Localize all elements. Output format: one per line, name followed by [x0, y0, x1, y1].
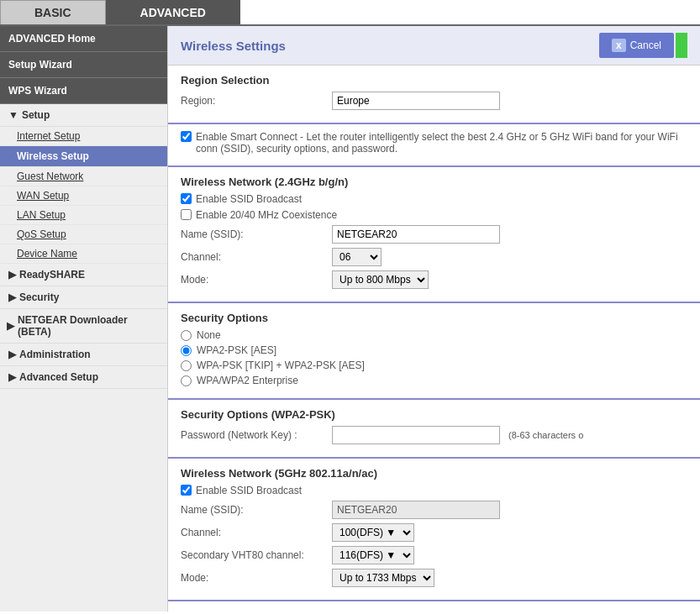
- channel-5g-row: Channel: 100(DFS) ▼ 3640149: [181, 523, 687, 542]
- sidebar-item-internet-setup[interactable]: Internet Setup: [0, 127, 167, 146]
- mode-5g-label: Mode:: [181, 572, 332, 584]
- triangle-icon-readyshare: ▶: [8, 269, 16, 281]
- wpa2-psk-title: Security Options (WPA2-PSK): [181, 408, 687, 421]
- region-field-row: Region:: [181, 92, 687, 110]
- password-note: (8-63 characters o: [508, 430, 583, 440]
- mode-24-label: Mode:: [181, 274, 332, 286]
- region-section-title: Region Selection: [181, 74, 687, 87]
- channel-24-select[interactable]: 06 ▼ 01020304 05060711: [332, 248, 382, 266]
- security-wpa2-row: WPA2-PSK [AES]: [181, 344, 687, 356]
- smart-connect-section: Enable Smart Connect - Let the router in…: [168, 124, 700, 167]
- smart-connect-checkbox[interactable]: [181, 131, 192, 142]
- triangle-icon-netgear: ▶: [7, 320, 14, 332]
- security-none-row: None: [181, 329, 687, 341]
- sidebar-section-administration[interactable]: ▶ Administration: [0, 344, 167, 366]
- ssid-broadcast-5g-label: Enable SSID Broadcast: [196, 485, 302, 496]
- sidebar-item-wireless-setup[interactable]: Wireless Setup: [0, 146, 167, 167]
- security-wpa2-label: WPA2-PSK [AES]: [197, 344, 276, 356]
- sidebar-item-wps-wizard[interactable]: WPS Wizard: [0, 78, 167, 104]
- sidebar-item-qos-setup[interactable]: QoS Setup: [0, 225, 167, 244]
- wifi-5g-title: Wireless Network (5GHz 802.11a/n/ac): [181, 467, 687, 480]
- ssid-broadcast-5g-row: Enable SSID Broadcast: [181, 485, 687, 496]
- sidebar-item-guest-network[interactable]: Guest Network: [0, 167, 167, 186]
- sidebar-item-lan-setup[interactable]: LAN Setup: [0, 206, 167, 225]
- wpa2-psk-section: Security Options (WPA2-PSK) Password (Ne…: [168, 400, 700, 459]
- ssid-24-label: Name (SSID):: [181, 228, 332, 240]
- sidebar-section-readyshare[interactable]: ▶ ReadySHARE: [0, 264, 167, 286]
- advanced-tab[interactable]: ADVANCED: [106, 0, 240, 24]
- status-indicator: [676, 33, 687, 58]
- sidebar-item-setup-wizard[interactable]: Setup Wizard: [0, 52, 167, 78]
- security-enterprise-label: WPA/WPA2 Enterprise: [197, 375, 298, 386]
- ssid-broadcast-24-label: Enable SSID Broadcast: [196, 193, 302, 205]
- security-options-section: Security Options None WPA2-PSK [AES] WPA…: [168, 303, 700, 400]
- ssid-5g-display: NETGEAR20: [332, 501, 500, 519]
- mode-5g-row: Mode: Up to 1733 Mbps Up to 450 Mbps: [181, 569, 687, 587]
- wifi-24-title: Wireless Network (2.4GHz b/g/n): [181, 176, 687, 188]
- triangle-icon: ▼: [8, 109, 18, 121]
- close-icon: x: [612, 39, 626, 52]
- security-wpa-combo-label: WPA-PSK [TKIP] + WPA2-PSK [AES]: [197, 359, 365, 371]
- coexistence-row: Enable 20/40 MHz Coexistence: [181, 209, 687, 221]
- content-area: Wireless Settings x Cancel Region Select…: [168, 26, 700, 611]
- channel-5g-label: Channel:: [181, 527, 332, 538]
- ssid-broadcast-24-row: Enable SSID Broadcast: [181, 193, 687, 205]
- security-none-label: None: [197, 329, 221, 341]
- sidebar: ADVANCED Home Setup Wizard WPS Wizard ▼ …: [0, 26, 168, 611]
- coexistence-label: Enable 20/40 MHz Coexistence: [196, 209, 337, 221]
- password-input[interactable]: [332, 426, 500, 444]
- channel-24-label: Channel:: [181, 251, 332, 263]
- channel-5g-select[interactable]: 100(DFS) ▼ 3640149: [332, 523, 414, 542]
- wifi-5g-section: Wireless Network (5GHz 802.11a/n/ac) Ena…: [168, 459, 700, 601]
- triangle-icon-advanced-setup: ▶: [8, 371, 16, 383]
- basic-tab[interactable]: BASIC: [0, 0, 106, 24]
- smart-connect-label: Enable Smart Connect - Let the router in…: [196, 131, 687, 155]
- sidebar-section-security[interactable]: ▶ Security: [0, 286, 167, 309]
- region-label: Region:: [181, 95, 332, 107]
- sidebar-item-advanced-home[interactable]: ADVANCED Home: [0, 26, 167, 52]
- content-header: Wireless Settings x Cancel: [168, 26, 700, 66]
- security-enterprise-radio[interactable]: [181, 375, 192, 386]
- ssid-24-row: Name (SSID):: [181, 225, 687, 244]
- ssid-broadcast-5g-checkbox[interactable]: [181, 485, 192, 496]
- password-label: Password (Network Key) :: [181, 429, 332, 441]
- channel-24-row: Channel: 06 ▼ 01020304 05060711: [181, 248, 687, 266]
- cancel-button[interactable]: x Cancel: [599, 33, 674, 58]
- sidebar-section-setup[interactable]: ▼ Setup: [0, 104, 167, 127]
- security-5g-title: Security Options: [181, 610, 687, 611]
- mode-24-row: Mode: Up to 800 Mbps Up to 130 Mbps Up t…: [181, 270, 687, 289]
- coexistence-checkbox[interactable]: [181, 209, 192, 220]
- sidebar-section-netgear-downloader[interactable]: ▶ NETGEAR Downloader (BETA): [0, 309, 167, 344]
- region-section: Region Selection Region:: [168, 66, 700, 124]
- smart-connect-row: Enable Smart Connect - Let the router in…: [181, 131, 687, 155]
- secondary-vht80-label: Secondary VHT80 channel:: [181, 549, 332, 561]
- ssid-5g-label: Name (SSID):: [181, 504, 332, 516]
- security-wpa-combo-row: WPA-PSK [TKIP] + WPA2-PSK [AES]: [181, 359, 687, 371]
- security-enterprise-row: WPA/WPA2 Enterprise: [181, 375, 687, 386]
- security-wpa2-radio[interactable]: [181, 345, 192, 356]
- page-title: Wireless Settings: [181, 39, 286, 53]
- password-row: Password (Network Key) : (8-63 character…: [181, 426, 687, 444]
- ssid-broadcast-24-checkbox[interactable]: [181, 193, 192, 204]
- mode-5g-select[interactable]: Up to 1733 Mbps Up to 450 Mbps: [332, 569, 434, 587]
- security-wpa-combo-radio[interactable]: [181, 360, 192, 371]
- ssid-24-input[interactable]: [332, 225, 500, 244]
- security-options-title: Security Options: [181, 312, 687, 324]
- region-input[interactable]: [332, 92, 500, 110]
- secondary-vht80-row: Secondary VHT80 channel: 116(DFS) ▼ 108(…: [181, 546, 687, 564]
- ssid-5g-row: Name (SSID): NETGEAR20: [181, 501, 687, 519]
- secondary-vht80-select[interactable]: 116(DFS) ▼ 108(DFS): [332, 546, 414, 564]
- sidebar-item-wan-setup[interactable]: WAN Setup: [0, 186, 167, 206]
- triangle-icon-admin: ▶: [8, 349, 16, 360]
- security-5g-section: Security Options: [168, 601, 700, 611]
- sidebar-section-advanced-setup[interactable]: ▶ Advanced Setup: [0, 366, 167, 389]
- sidebar-item-device-name[interactable]: Device Name: [0, 244, 167, 264]
- triangle-icon-security: ▶: [8, 291, 16, 303]
- wifi-24-section: Wireless Network (2.4GHz b/g/n) Enable S…: [168, 167, 700, 303]
- security-none-radio[interactable]: [181, 330, 192, 341]
- mode-24-select[interactable]: Up to 800 Mbps Up to 130 Mbps Up to 300 …: [332, 270, 429, 289]
